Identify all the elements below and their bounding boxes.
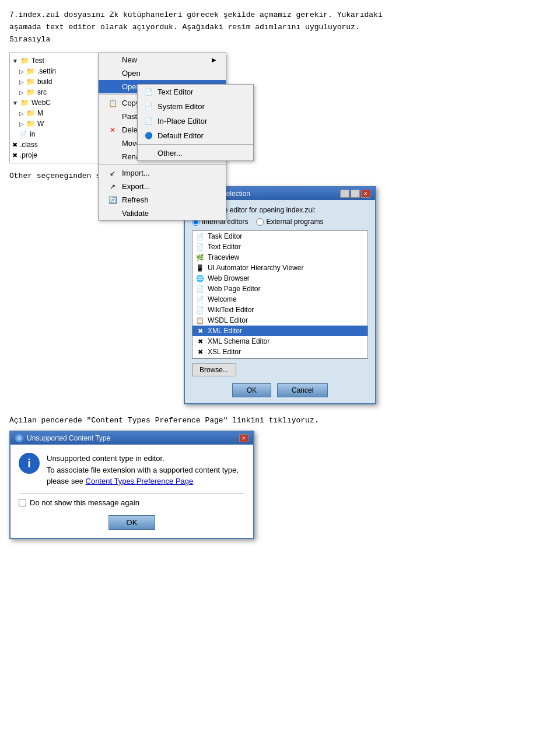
- default-editor-icon: 🔵: [145, 132, 153, 139]
- editor-icon: 📄: [196, 243, 204, 251]
- editor-name: WSDL Editor: [208, 316, 248, 324]
- context-menu-area: ▼ 📁 Test ▷ 📁 .settin ▷ 📁 build ▷ 📁 src ▼…: [9, 53, 551, 163]
- submenu-label: Other...: [158, 149, 183, 158]
- folder-icon: 📁: [26, 120, 35, 128]
- dialog2-ok-button[interactable]: OK: [108, 515, 156, 530]
- tree-item-src[interactable]: ▷ 📁 src: [10, 87, 102, 97]
- tree-item-in[interactable]: 📄 in: [10, 129, 102, 139]
- tree-item-webc[interactable]: ▼ 📁 WebC: [10, 97, 102, 108]
- editor-icon: 🌿: [196, 254, 204, 261]
- editor-icon: 📄: [196, 285, 204, 293]
- editor-name: XSL Editor: [208, 348, 241, 356]
- file-icon: ✖: [12, 152, 18, 159]
- submenu-item-default-editor[interactable]: 🔵 Default Editor: [138, 128, 253, 143]
- dialog2-title: Unsupported Content Type: [27, 434, 110, 442]
- editor-name: Text Editor: [208, 243, 241, 251]
- open-with-submenu: 📄 Text Editor 📄 System Editor 📄 In-Place…: [137, 84, 254, 161]
- submenu-item-inplace-editor[interactable]: 📄 In-Place Editor: [138, 114, 253, 128]
- info-icon: i: [19, 453, 40, 474]
- editor-icon: ✖: [196, 348, 204, 356]
- submenu-item-text-editor[interactable]: 📄 Text Editor: [138, 85, 253, 99]
- dialog-buttons: OK Cancel: [192, 381, 368, 397]
- tree-item-build[interactable]: ▷ 📁 build: [10, 76, 102, 87]
- tree-item-proje[interactable]: ✖ .proje: [10, 150, 102, 160]
- editor-list-item[interactable]: 📄WikiText Editor: [192, 305, 368, 315]
- content-types-link[interactable]: Content Types Preference Page: [86, 477, 194, 485]
- tree-label: build: [37, 78, 52, 86]
- menu-item-validate[interactable]: Validate: [99, 207, 226, 220]
- close-button[interactable]: ✕: [361, 190, 370, 198]
- editor-list-item[interactable]: 📄Welcome: [192, 294, 368, 305]
- tree-item-m[interactable]: ▷ 📁 M: [10, 108, 102, 118]
- submenu-arrow: ▶: [212, 57, 216, 63]
- menu-item-export[interactable]: ↗ Export...: [99, 180, 226, 193]
- editor-name: Welcome: [208, 295, 237, 303]
- editor-icon: 📄: [196, 233, 204, 240]
- maximize-button[interactable]: □: [351, 190, 360, 198]
- editor-list-item[interactable]: ✖XSL Editor: [192, 347, 368, 357]
- menu-item-open[interactable]: Open: [99, 67, 226, 80]
- section2-text: Açılan pencerede "Content Types Preferen…: [9, 416, 551, 425]
- editor-list-item[interactable]: 📄Task Editor: [192, 231, 368, 242]
- menu-label: New: [122, 55, 137, 64]
- tree-label: W: [37, 120, 44, 128]
- submenu-item-system-editor[interactable]: 📄 System Editor: [138, 99, 253, 114]
- editor-list-item[interactable]: 🌐Web Browser: [192, 273, 368, 284]
- submenu-label: System Editor: [158, 102, 205, 111]
- menu-item-refresh[interactable]: 🔄 Refresh: [99, 193, 226, 207]
- editor-list-item[interactable]: 📄Text Editor: [192, 242, 368, 252]
- radio-external-input[interactable]: [256, 218, 264, 226]
- tree-label: .class: [20, 141, 38, 149]
- intro-line2: aşamada text editor olarak açıyorduk. Aş…: [9, 22, 551, 34]
- tree-label: WebC: [32, 99, 51, 107]
- editor-list-item[interactable]: 📋WSDL Editor: [192, 315, 368, 326]
- editor-list-item[interactable]: ✖XML Editor: [192, 326, 368, 336]
- menu-separator-2: [99, 165, 226, 165]
- cancel-button[interactable]: Cancel: [277, 383, 328, 397]
- editor-list-item[interactable]: 🌿Traceview: [192, 252, 368, 263]
- menu-item-import[interactable]: ↙ Import...: [99, 166, 226, 180]
- tree-arrow: ▷: [19, 79, 24, 85]
- dialog-body: Choose the editor for opening index.zul:…: [185, 200, 375, 403]
- import-icon: ↙: [108, 169, 117, 177]
- do-not-show-checkbox[interactable]: [19, 499, 26, 506]
- tree-label: src: [37, 88, 47, 96]
- dialog2-close-button[interactable]: ✕: [239, 434, 249, 442]
- file-icon: ✖: [12, 141, 18, 149]
- editor-icon: 🌐: [196, 275, 204, 282]
- refresh-icon: 🔄: [108, 196, 117, 204]
- submenu-label: Text Editor: [158, 88, 193, 96]
- tree-item-w[interactable]: ▷ 📁 W: [10, 118, 102, 129]
- dialog2-body: i Unsupported content type in editor. To…: [10, 445, 253, 538]
- folder-icon: 📁: [20, 57, 29, 65]
- tree-item-class[interactable]: ✖ .class: [10, 139, 102, 150]
- browse-button[interactable]: Browse...: [192, 363, 236, 376]
- dialog2-buttons: OK: [19, 513, 245, 530]
- editor-list-item[interactable]: 📱UI Automator Hierarchy Viewer: [192, 263, 368, 273]
- message-line2: To associate file extension with a suppo…: [47, 464, 239, 476]
- tree-arrow: ▷: [19, 68, 24, 75]
- editor-list-item[interactable]: ✖XML Schema Editor: [192, 336, 368, 347]
- editor-list-item[interactable]: 📄Web Page Editor: [192, 284, 368, 294]
- dialog2-content: i Unsupported content type in editor. To…: [19, 453, 245, 487]
- editor-list[interactable]: 📄Task Editor📄Text Editor🌿Traceview📱UI Au…: [192, 230, 368, 359]
- editor-selection-dialog-container: ⚙ Editor Selection ─ □ ✕ Choose the edit…: [9, 186, 551, 404]
- editor-name: UI Automator Hierarchy Viewer: [208, 264, 304, 272]
- editor-name: XML Schema Editor: [208, 337, 270, 345]
- ok-button[interactable]: OK: [232, 383, 271, 397]
- submenu-separator: [138, 144, 253, 145]
- menu-item-new[interactable]: New ▶: [99, 53, 226, 67]
- tree-label: .proje: [20, 151, 37, 159]
- intro-line1: 7.index.zul dosyasını Zk kütüphaneleri g…: [9, 9, 551, 22]
- submenu-item-other[interactable]: Other...: [138, 146, 253, 160]
- tree-item-settings[interactable]: ▷ 📁 .settin: [10, 66, 102, 76]
- radio-external[interactable]: External programs: [256, 218, 323, 226]
- project-tree: ▼ 📁 Test ▷ 📁 .settin ▷ 📁 build ▷ 📁 src ▼…: [9, 53, 103, 163]
- tree-item-test[interactable]: ▼ 📁 Test: [10, 55, 102, 66]
- checkbox-label: Do not show this message again: [30, 498, 139, 507]
- editor-icon: 📄: [196, 296, 204, 303]
- intro-block: 7.index.zul dosyasını Zk kütüphaneleri g…: [9, 9, 551, 46]
- menu-label: Validate: [122, 209, 149, 218]
- minimize-button[interactable]: ─: [340, 190, 349, 198]
- delete-icon: ✕: [108, 126, 117, 134]
